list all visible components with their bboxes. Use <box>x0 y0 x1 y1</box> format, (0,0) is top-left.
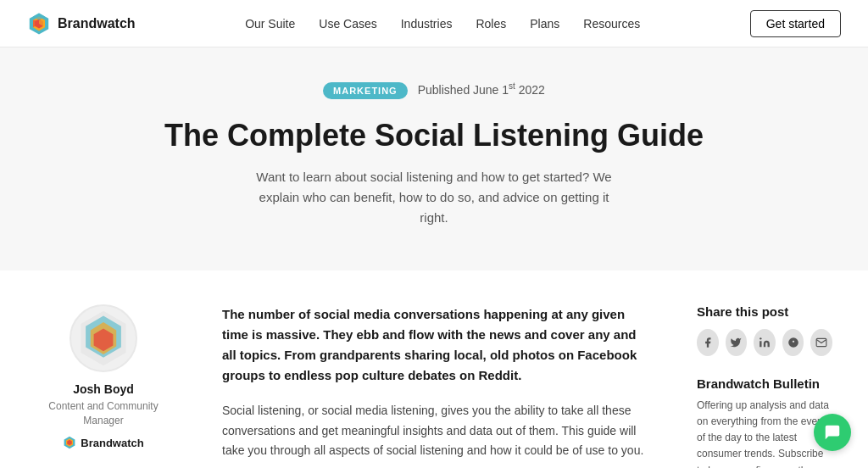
chat-icon <box>823 423 842 442</box>
facebook-share-button[interactable] <box>697 329 719 356</box>
logo[interactable]: Brandwatch <box>27 12 136 36</box>
nav-industries[interactable]: Industries <box>401 17 453 31</box>
second-paragraph: Social listening, or social media listen… <box>222 401 646 461</box>
facebook-icon <box>702 337 714 348</box>
navbar: Brandwatch Our Suite Use Cases Industrie… <box>0 0 868 47</box>
bulletin-title: Brandwatch Bulletin <box>697 376 832 391</box>
twitter-share-button[interactable] <box>726 329 748 356</box>
right-sidebar: Share this post Brandwatch Bulletin Offe… <box>697 304 832 468</box>
chat-button[interactable] <box>814 414 851 451</box>
content-area: Josh Boyd Content and Community Manager … <box>19 270 849 468</box>
brand-logo-icon <box>63 436 76 449</box>
email-icon <box>815 337 827 348</box>
article-subtitle: Want to learn about social listening and… <box>248 167 620 228</box>
author-role: Content and Community Manager <box>36 399 171 428</box>
article-title: The Complete Social Listening Guide <box>17 117 851 153</box>
nav-links: Our Suite Use Cases Industries Roles Pla… <box>245 17 640 31</box>
publish-date: Published June 1st 2022 <box>418 81 545 97</box>
nav-resources[interactable]: Resources <box>583 17 640 31</box>
main-content: The number of social media conversations… <box>222 304 646 468</box>
share-title: Share this post <box>697 304 832 319</box>
get-started-button[interactable]: Get started <box>750 10 841 37</box>
left-sidebar: Josh Boyd Content and Community Manager … <box>36 304 171 468</box>
nav-use-cases[interactable]: Use Cases <box>319 17 376 31</box>
author-brand: Brandwatch <box>36 436 171 449</box>
linkedin-share-button[interactable] <box>754 329 776 356</box>
twitter-icon <box>730 337 742 348</box>
author-card: Josh Boyd Content and Community Manager … <box>36 304 171 450</box>
svg-point-13 <box>760 337 761 339</box>
intro-bold-paragraph: The number of social media conversations… <box>222 304 646 386</box>
nav-our-suite[interactable]: Our Suite <box>245 17 295 31</box>
brand-name: Brandwatch <box>81 437 143 449</box>
avatar-image <box>71 304 136 372</box>
nav-plans[interactable]: Plans <box>530 17 559 31</box>
author-name: Josh Boyd <box>36 382 171 396</box>
category-badge: MARKETING <box>323 82 408 99</box>
nav-roles[interactable]: Roles <box>476 17 506 31</box>
logo-icon <box>27 12 51 36</box>
reddit-icon <box>787 337 799 348</box>
linkedin-icon <box>759 337 771 348</box>
share-icons-group <box>697 329 832 356</box>
reddit-share-button[interactable] <box>782 329 804 356</box>
logo-text: Brandwatch <box>58 16 136 31</box>
bulletin-text: Offering up analysis and data on everyth… <box>697 398 832 468</box>
email-share-button[interactable] <box>810 329 832 356</box>
author-avatar <box>70 304 137 372</box>
hero-section: MARKETING Published June 1st 2022 The Co… <box>0 47 868 270</box>
